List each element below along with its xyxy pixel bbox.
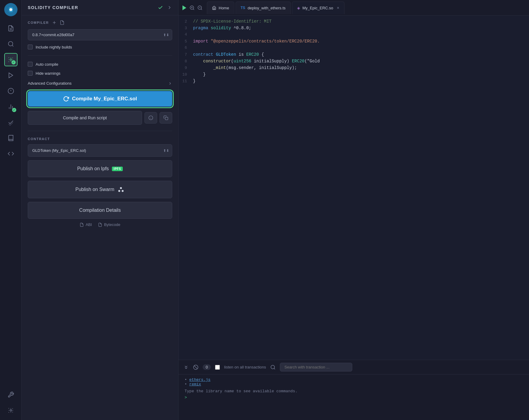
compile-run-info-button[interactable] bbox=[144, 112, 157, 124]
sidebar-header: SOLIDITY COMPILER bbox=[22, 0, 178, 15]
listen-checkbox[interactable] bbox=[215, 365, 220, 370]
sidebar-item-deploy[interactable] bbox=[4, 69, 17, 82]
search-tx-input[interactable] bbox=[280, 363, 352, 371]
hide-warnings-label: Hide warnings bbox=[36, 71, 60, 76]
add-icon[interactable] bbox=[52, 20, 57, 25]
compiler-section-label: COMPILER bbox=[28, 21, 49, 24]
logo-button[interactable] bbox=[4, 3, 17, 16]
file-icon[interactable] bbox=[60, 20, 65, 25]
block-icon[interactable] bbox=[193, 365, 198, 370]
tab-close-icon[interactable]: × bbox=[337, 5, 339, 10]
svg-rect-19 bbox=[165, 117, 168, 120]
include-nightly-label: Include nightly builds bbox=[36, 45, 72, 49]
sol-icon: ◈ bbox=[297, 6, 300, 10]
check-icon bbox=[158, 5, 163, 10]
sidebar-item-multicheck[interactable] bbox=[4, 116, 17, 129]
sidebar-item-search[interactable] bbox=[4, 37, 17, 51]
svg-point-4 bbox=[8, 42, 13, 46]
publish-ipfs-label: Publish on Ipfs bbox=[77, 166, 109, 171]
sidebar-item-library[interactable] bbox=[4, 131, 17, 145]
ts-icon: TS bbox=[241, 6, 245, 10]
svg-marker-7 bbox=[9, 73, 13, 78]
bottom-toolbar: 0 listen on all transactions bbox=[179, 360, 529, 375]
compiler-version-select[interactable]: 0.8.7+commit.e28d00a7 bbox=[28, 29, 172, 40]
compile-button-label: Compile My_Epic_ERC.sol bbox=[72, 96, 137, 102]
code-line-10: 10 } bbox=[179, 72, 529, 78]
tab-epic-sol[interactable]: ◈ My_Epic_ERC.so × bbox=[292, 2, 344, 14]
compile-run-label: Compile and Run script bbox=[63, 115, 107, 120]
svg-marker-23 bbox=[183, 6, 186, 10]
bottom-link-remix[interactable]: • remix bbox=[185, 382, 523, 387]
divider-2 bbox=[28, 131, 172, 131]
publish-ipfs-button[interactable]: Publish on Ipfs IPFS bbox=[28, 160, 172, 177]
svg-line-5 bbox=[12, 45, 13, 46]
svg-point-13 bbox=[10, 409, 12, 411]
run-icon[interactable] bbox=[182, 5, 187, 11]
contract-select[interactable]: GLDToken (My_Epic_ERC.sol) bbox=[28, 144, 172, 157]
svg-point-1 bbox=[9, 8, 12, 11]
code-line-11: 11 } bbox=[179, 78, 529, 85]
code-line-3: 3 pragma solidity ^0.8.0; bbox=[179, 25, 529, 32]
sidebar-item-files[interactable] bbox=[4, 22, 17, 35]
info-icon bbox=[148, 115, 153, 120]
publish-swarm-button[interactable]: Publish on Swarm bbox=[28, 181, 172, 198]
compilation-details-button[interactable]: Compilation Details bbox=[28, 202, 172, 219]
tab-deploy-ts[interactable]: TS deploy_with_ethers.ts bbox=[236, 2, 291, 14]
svg-point-21 bbox=[122, 190, 123, 192]
divider-1 bbox=[28, 55, 172, 56]
code-line-7: 7 contract GLDToken is ERC20 { bbox=[179, 52, 529, 58]
sidebar-title: SOLIDITY COMPILER bbox=[28, 5, 78, 10]
bottom-prompt-row: > bbox=[185, 395, 523, 400]
sidebar-panel: SOLIDITY COMPILER COMPILER bbox=[22, 0, 179, 420]
auto-compile-checkbox[interactable] bbox=[28, 62, 33, 67]
editor-area: Home TS deploy_with_ethers.ts ◈ My_Epic_… bbox=[179, 0, 529, 420]
zoom-out-icon[interactable] bbox=[197, 5, 203, 11]
bottom-help-text: Type the library name to see available c… bbox=[185, 389, 523, 393]
compile-run-copy-button[interactable] bbox=[160, 112, 172, 124]
svg-line-25 bbox=[193, 9, 194, 10]
listen-label: listen on all transactions bbox=[224, 365, 266, 369]
code-line-8: 8 constructor(uint256 initialSupply) ERC… bbox=[179, 58, 529, 65]
sidebar-item-code[interactable] bbox=[4, 147, 17, 160]
svg-line-32 bbox=[194, 365, 198, 369]
bottom-content: • ethers.js • remix Type the library nam… bbox=[179, 375, 529, 420]
contract-section: CONTRACT GLDToken (My_Epic_ERC.sol) ⬆⬇ P… bbox=[28, 137, 172, 227]
hide-warnings-checkbox[interactable] bbox=[28, 71, 33, 76]
sidebar-item-debug[interactable] bbox=[4, 84, 17, 98]
bottom-link-ethers[interactable]: • ethers.js bbox=[185, 378, 523, 382]
search-tx-icon[interactable] bbox=[270, 365, 276, 370]
include-nightly-checkbox[interactable] bbox=[28, 45, 33, 49]
tab-actions bbox=[182, 5, 203, 11]
compiler-label-row: COMPILER bbox=[28, 20, 172, 25]
compile-refresh-icon bbox=[63, 96, 69, 102]
bytecode-button[interactable]: Bytecode bbox=[98, 222, 120, 227]
code-line-4: 4 bbox=[179, 32, 529, 39]
swarm-icon bbox=[117, 186, 125, 193]
hide-warnings-row: Hide warnings bbox=[28, 71, 172, 76]
collapse-icon[interactable] bbox=[183, 365, 189, 370]
code-line-2: 2 // SPDX-License-Identifier: MIT bbox=[179, 19, 529, 25]
sidebar-header-icons bbox=[158, 5, 172, 10]
bytecode-icon bbox=[98, 223, 102, 227]
compilation-details-label: Compilation Details bbox=[79, 208, 121, 213]
advanced-config-arrow bbox=[168, 81, 172, 86]
zoom-in-icon[interactable] bbox=[189, 5, 195, 11]
compiler-version-wrapper: 0.8.7+commit.e28d00a7 ⬆⬇ bbox=[28, 29, 172, 40]
auto-compile-label: Auto compile bbox=[36, 62, 58, 67]
ipfs-badge: IPFS bbox=[112, 167, 123, 171]
sidebar-content: COMPILER 0.8.7+commit.e28d00a7 ⬆⬇ Inc bbox=[22, 15, 178, 232]
advanced-config-row[interactable]: Advanced Configurations bbox=[28, 80, 172, 87]
sidebar-item-analytics[interactable]: ✓ bbox=[4, 100, 17, 113]
code-editor[interactable]: 2 // SPDX-License-Identifier: MIT 3 prag… bbox=[179, 16, 529, 360]
abi-button[interactable]: ABI bbox=[80, 222, 92, 227]
include-nightly-row: Include nightly builds bbox=[28, 45, 172, 49]
home-icon bbox=[212, 6, 216, 10]
sidebar-item-compiler[interactable]: ✓ bbox=[4, 53, 17, 66]
contract-section-label: CONTRACT bbox=[28, 137, 172, 141]
compile-run-button[interactable]: Compile and Run script bbox=[28, 111, 142, 125]
sidebar-item-wrench[interactable] bbox=[4, 388, 17, 401]
compile-button[interactable]: Compile My_Epic_ERC.sol bbox=[28, 91, 172, 107]
sidebar-item-settings[interactable] bbox=[4, 404, 17, 417]
tab-home[interactable]: Home bbox=[207, 2, 234, 14]
tab-epic-sol-label: My_Epic_ERC.so bbox=[303, 6, 333, 10]
